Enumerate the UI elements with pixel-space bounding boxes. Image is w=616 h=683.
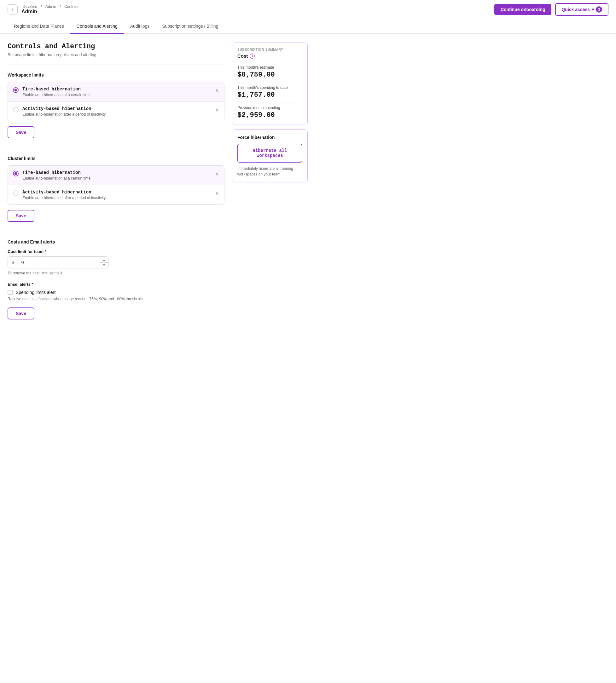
workspace-time-label: Time-based hibernation bbox=[22, 87, 90, 92]
workspace-limits-options: Time-based hibernation Enable auto-hiber… bbox=[7, 82, 224, 121]
top-bar: ‹ DevZero / Admin / Controls Admin Conti… bbox=[0, 0, 616, 19]
cluster-save-button[interactable]: Save bbox=[7, 210, 35, 222]
continue-onboarding-button[interactable]: Continue onboarding bbox=[494, 4, 552, 15]
cluster-activity-desc: Enable auto-hibernation after a period o… bbox=[22, 196, 106, 200]
left-panel: Controls and Alerting Set usage limits, … bbox=[7, 43, 224, 328]
stat-prev-month: Previous month spending $2,959.00 bbox=[237, 106, 302, 119]
workspace-time-based-option[interactable]: Time-based hibernation Enable auto-hiber… bbox=[8, 82, 224, 102]
workspace-activity-desc: Enable auto-hibernation after a period o… bbox=[22, 112, 106, 117]
breadcrumb-path: DevZero / Admin / Controls bbox=[21, 4, 80, 9]
back-arrow-icon: ‹ bbox=[12, 7, 13, 12]
cluster-activity-chevron: ∨ bbox=[215, 190, 219, 196]
workspace-activity-option[interactable]: Activity-based hibernation Enable auto-h… bbox=[8, 102, 224, 121]
workspace-activity-label: Activity-based hibernation bbox=[22, 106, 106, 111]
force-hibernate-title: Force hibernation bbox=[237, 135, 302, 140]
back-button[interactable]: ‹ bbox=[7, 4, 18, 15]
workspace-save-button[interactable]: Save bbox=[7, 126, 35, 138]
stat-spending-to-date: This month's spending to date $1,757.00 bbox=[237, 85, 302, 99]
cluster-time-chevron: ∨ bbox=[215, 171, 219, 177]
breadcrumb: DevZero / Admin / Controls Admin bbox=[21, 4, 80, 15]
email-alerts-label-wrap: Email alerts * bbox=[7, 282, 224, 287]
workspace-limits-title: Workspace limits bbox=[7, 72, 224, 77]
cluster-time-based-option[interactable]: Time-based hibernation Enable auto-hiber… bbox=[8, 166, 224, 185]
cluster-activity-option[interactable]: Activity-based hibernation Enable auto-h… bbox=[8, 185, 224, 204]
subscription-label: SUBSCRIPTION SUMMARY bbox=[237, 48, 302, 51]
hibernate-all-button[interactable]: Hibernate all workspaces bbox=[237, 144, 302, 163]
cluster-time-label: Time-based hibernation bbox=[22, 170, 90, 175]
tab-audit-logs[interactable]: Audit logs bbox=[124, 19, 156, 34]
spending-alert-label: Spending limits alert bbox=[16, 290, 56, 295]
workspace-time-radio[interactable] bbox=[13, 87, 19, 93]
cost-limit-label: Cost limit for team * bbox=[7, 249, 224, 254]
spending-alert-checkbox[interactable] bbox=[7, 290, 13, 295]
page-title: Controls and Alerting bbox=[7, 43, 224, 50]
stat-estimate-label: This month's estimate bbox=[237, 65, 302, 70]
workspace-time-chevron: ∨ bbox=[215, 87, 219, 93]
top-bar-actions: Continue onboarding Quick access ▾ 3 bbox=[494, 3, 609, 16]
chevron-down-icon: ▾ bbox=[592, 7, 594, 12]
quick-access-badge: 3 bbox=[596, 6, 602, 13]
right-panel: SUBSCRIPTION SUMMARY Cost i This month's… bbox=[232, 43, 308, 328]
page-admin-title: Admin bbox=[21, 9, 80, 15]
alert-hint: Receive email notifications when usage r… bbox=[7, 297, 224, 301]
page-subtitle: Set usage limits, hibernation policies a… bbox=[7, 52, 224, 57]
cost-decrement-button[interactable]: ▼ bbox=[100, 263, 108, 268]
main-content: Controls and Alerting Set usage limits, … bbox=[0, 34, 315, 337]
costs-save-button[interactable]: Save bbox=[7, 308, 35, 319]
stat-spending-value: $1,757.00 bbox=[237, 91, 302, 99]
cost-limit-input[interactable] bbox=[18, 257, 100, 268]
spending-alert-checkbox-row[interactable]: Spending limits alert bbox=[7, 290, 224, 295]
cost-info-icon[interactable]: i bbox=[250, 53, 255, 59]
stat-prev-label: Previous month spending bbox=[237, 106, 302, 110]
stat-estimate-value: $8,759.00 bbox=[237, 71, 302, 79]
cost-spinner: ▲ ▼ bbox=[100, 258, 108, 268]
stat-estimate: This month's estimate $8,759.00 bbox=[237, 65, 302, 79]
cost-input-wrapper: $ ▲ ▼ bbox=[7, 256, 108, 268]
stat-spending-label: This month's spending to date bbox=[237, 85, 302, 90]
subscription-card: SUBSCRIPTION SUMMARY Cost i This month's… bbox=[232, 43, 308, 124]
tab-subscription-billing[interactable]: Subscription settings / Billing bbox=[156, 19, 224, 34]
cluster-time-desc: Enable auto-hibernation at a certain tim… bbox=[22, 176, 90, 181]
cluster-limits-title: Cluster limits bbox=[7, 156, 224, 161]
costs-alerts-section: Costs and Email alerts Cost limit for te… bbox=[7, 240, 224, 328]
nav-tabs: Regions and Data Planes Controls and Ale… bbox=[0, 19, 616, 34]
force-hibernation-card: Force hibernation Hibernate all workspac… bbox=[232, 130, 308, 182]
cost-increment-button[interactable]: ▲ bbox=[100, 258, 108, 263]
tab-regions-data-planes[interactable]: Regions and Data Planes bbox=[7, 19, 70, 34]
cost-prefix: $ bbox=[8, 257, 18, 268]
cluster-activity-label: Activity-based hibernation bbox=[22, 190, 106, 195]
cluster-limits-section: Cluster limits Time-based hibernation En… bbox=[7, 156, 224, 231]
workspace-activity-radio[interactable] bbox=[13, 107, 19, 112]
costs-alerts-title: Costs and Email alerts bbox=[7, 240, 224, 245]
workspace-time-desc: Enable auto-hibernation at a certain tim… bbox=[22, 93, 90, 97]
hibernate-description: Immediately hibernate all running worksp… bbox=[237, 166, 302, 177]
workspace-activity-chevron: ∨ bbox=[215, 107, 219, 113]
subscription-title: Cost i bbox=[237, 53, 302, 59]
cluster-limits-options: Time-based hibernation Enable auto-hiber… bbox=[7, 165, 224, 205]
stat-prev-value: $2,959.00 bbox=[237, 111, 302, 119]
cluster-activity-radio[interactable] bbox=[13, 190, 19, 196]
tab-controls-alerting[interactable]: Controls and Alerting bbox=[70, 19, 124, 34]
workspace-limits-section: Workspace limits Time-based hibernation … bbox=[7, 72, 224, 147]
quick-access-button[interactable]: Quick access ▾ 3 bbox=[555, 3, 609, 16]
cluster-time-radio[interactable] bbox=[13, 171, 19, 177]
cost-hint: To remove the cost limit, set to 0 bbox=[7, 271, 224, 275]
